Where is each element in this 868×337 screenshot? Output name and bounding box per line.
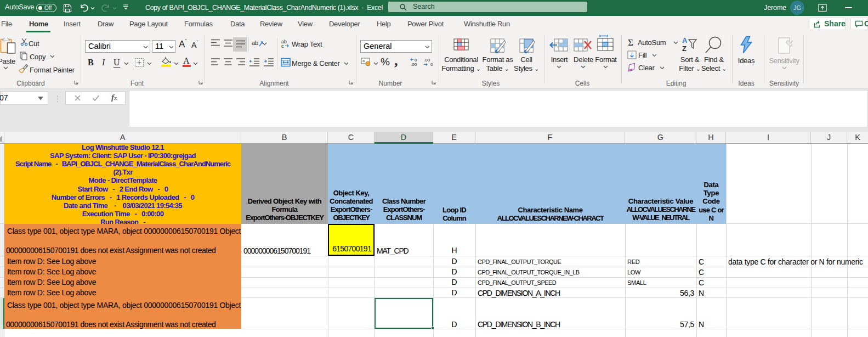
svg-text:.00: .00 xyxy=(424,58,430,63)
svg-text:.00: .00 xyxy=(411,62,417,67)
svg-text:A: A xyxy=(682,36,688,44)
svg-text:0: 0 xyxy=(430,62,433,67)
svg-text:c: c xyxy=(281,43,284,48)
svg-text:¤: ¤ xyxy=(362,59,365,64)
svg-text:Z: Z xyxy=(682,44,687,53)
svg-text:ab: ab xyxy=(252,40,258,46)
